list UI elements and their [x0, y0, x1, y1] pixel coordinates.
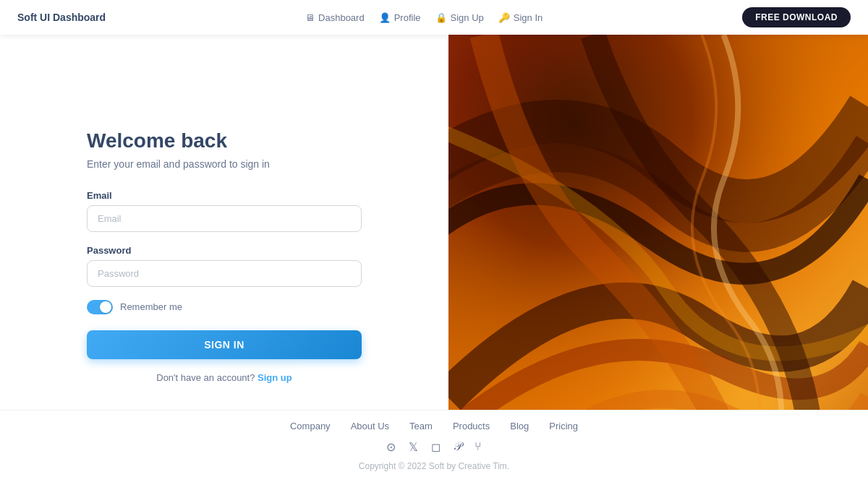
- brand-name: Soft UI Dashboard: [17, 12, 106, 23]
- footer-social-icons: ⊙ 𝕏 ◻ 𝒫 ⑂: [0, 440, 868, 454]
- footer-link-team[interactable]: Team: [409, 421, 433, 431]
- lock-icon: 🔒: [435, 12, 447, 23]
- footer-link-pricing[interactable]: Pricing: [549, 421, 578, 431]
- email-input[interactable]: [87, 205, 362, 232]
- remember-row: Remember me: [87, 300, 362, 314]
- toggle-knob: [100, 301, 111, 313]
- copyright-text: Copyright © 2022 Soft by Creative Tim.: [0, 461, 868, 471]
- email-label: Email: [87, 190, 362, 201]
- github-icon[interactable]: ⑂: [475, 440, 482, 454]
- nav-links: 🖥 Dashboard 👤 Profile 🔒 Sign Up 🔑 Sign I…: [305, 12, 542, 23]
- nav-link-signup[interactable]: 🔒 Sign Up: [435, 12, 484, 23]
- remember-toggle[interactable]: [87, 300, 113, 314]
- footer: Company About Us Team Products Blog Pric…: [0, 410, 868, 477]
- signin-button[interactable]: SIGN IN: [87, 330, 362, 359]
- pinterest-icon[interactable]: 𝒫: [454, 440, 461, 454]
- profile-icon: 👤: [379, 12, 391, 23]
- footer-link-company[interactable]: Company: [290, 421, 331, 431]
- twitter-icon[interactable]: 𝕏: [409, 440, 418, 454]
- password-group: Password: [87, 245, 362, 287]
- signin-form: Welcome back Enter your email and passwo…: [87, 115, 362, 398]
- footer-link-products[interactable]: Products: [453, 421, 490, 431]
- signup-prompt: Don't have an account? Sign up: [87, 372, 362, 383]
- nav-link-signin[interactable]: 🔑 Sign In: [498, 12, 542, 23]
- navbar: Soft UI Dashboard 🖥 Dashboard 👤 Profile …: [0, 0, 868, 35]
- nav-link-dashboard[interactable]: 🖥 Dashboard: [305, 12, 365, 23]
- password-input[interactable]: [87, 260, 362, 287]
- email-group: Email: [87, 190, 362, 232]
- footer-link-blog[interactable]: Blog: [510, 421, 529, 431]
- instagram-icon[interactable]: ◻: [431, 440, 441, 454]
- main-layout: Welcome back Enter your email and passwo…: [0, 0, 868, 477]
- free-download-button[interactable]: FREE DOWNLOAD: [742, 7, 851, 27]
- signin-subtitle: Enter your email and password to sign in: [87, 158, 362, 170]
- key-icon: 🔑: [498, 12, 510, 23]
- footer-links: Company About Us Team Products Blog Pric…: [0, 421, 868, 431]
- dashboard-icon: 🖥: [305, 12, 315, 23]
- nav-link-profile[interactable]: 👤 Profile: [379, 12, 421, 23]
- dribbble-icon[interactable]: ⊙: [386, 440, 396, 454]
- signup-link[interactable]: Sign up: [258, 372, 292, 383]
- signin-title: Welcome back: [87, 129, 362, 152]
- password-label: Password: [87, 245, 362, 256]
- footer-link-about[interactable]: About Us: [351, 421, 389, 431]
- remember-label: Remember me: [120, 301, 182, 312]
